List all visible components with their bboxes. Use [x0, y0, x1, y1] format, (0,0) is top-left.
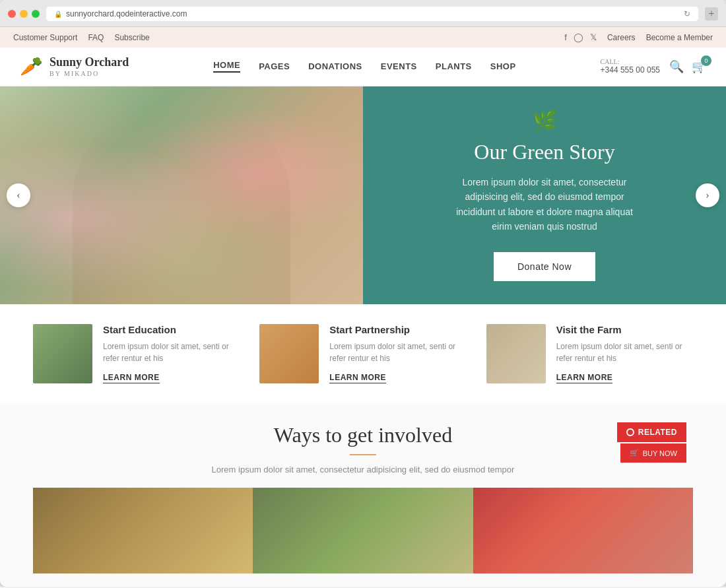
- cart-badge: 0: [701, 55, 711, 66]
- card-img-bg-2: [259, 324, 319, 383]
- url-text: sunnyorchard.qodeinteractive.com: [66, 9, 187, 18]
- header-icons: 🔍 🛒 0: [669, 59, 706, 74]
- faq-link[interactable]: FAQ: [88, 33, 104, 42]
- nav-plants[interactable]: PLANTS: [436, 61, 472, 71]
- phone-area: CALL: +344 555 00 055: [601, 58, 660, 75]
- nav-home[interactable]: HOME: [213, 60, 240, 73]
- logo-text: Sunny Orchard BY MIKADO: [50, 55, 129, 78]
- top-bar: Customer Support FAQ Subscribe f ◯ 𝕏 Car…: [0, 27, 726, 48]
- cart-small-icon: 🛒: [630, 449, 639, 457]
- buy-now-label: BUY NOW: [643, 449, 677, 457]
- bottom-images: [33, 488, 693, 573]
- donate-now-button[interactable]: Donate Now: [494, 252, 595, 281]
- top-bar-left: Customer Support FAQ Subscribe: [13, 33, 150, 42]
- logo-icon: 🥕: [20, 55, 43, 77]
- card-partnership: Start Partnership Lorem ipsum dolor sit …: [259, 324, 466, 383]
- maximize-button[interactable]: [32, 10, 40, 18]
- card-desc-2: Lorem ipsum dolor sit amet, senti or ref…: [329, 341, 466, 364]
- learn-more-3[interactable]: LEARN MORE: [556, 373, 613, 383]
- related-sidebar: RELATED 🛒 BUY NOW: [617, 422, 686, 463]
- bottom-image-2: [253, 488, 473, 573]
- card-image-1: [33, 324, 92, 383]
- lock-icon: 🔒: [54, 11, 62, 18]
- traffic-lights: [8, 10, 40, 18]
- nav-donations[interactable]: DONATIONS: [308, 61, 362, 71]
- customer-support-link[interactable]: Customer Support: [13, 33, 77, 42]
- card-img-bg-1: [33, 324, 92, 383]
- card-desc-1: Lorem ipsum dolor sit amet, senti or ref…: [103, 341, 240, 364]
- brand-name: Sunny Orchard: [50, 55, 129, 70]
- card-farm: Visit the Farm Lorem ipsum dolor sit ame…: [486, 324, 693, 383]
- twitter-icon[interactable]: 𝕏: [590, 32, 597, 42]
- bottom-image-3: [473, 488, 693, 573]
- cart-icon[interactable]: 🛒 0: [692, 59, 706, 74]
- nav-shop[interactable]: SHOP: [490, 61, 516, 71]
- bottom-img-bg-2: [253, 488, 473, 573]
- related-button[interactable]: RELATED: [617, 422, 686, 442]
- new-tab-button[interactable]: +: [705, 7, 718, 20]
- careers-link[interactable]: Careers: [607, 33, 636, 42]
- header: 🥕 Sunny Orchard BY MIKADO HOME PAGES DON…: [0, 48, 726, 86]
- card-image-3: [486, 324, 546, 383]
- phone-number: +344 555 00 055: [601, 65, 660, 75]
- involved-underline: [350, 454, 376, 455]
- bottom-img-bg-3: [473, 488, 693, 573]
- card-title-3: Visit the Farm: [556, 324, 693, 335]
- main-nav: HOME PAGES DONATIONS EVENTS PLANTS SHOP: [213, 60, 515, 73]
- brand-sub: BY MIKADO: [50, 70, 129, 78]
- hero-title: Our Green Story: [474, 140, 614, 164]
- involved-description: Lorem ipsum dolor sit amet, consectetur …: [198, 465, 528, 474]
- involved-title: Ways to get involved: [33, 423, 693, 447]
- hero-person-figure: [73, 97, 290, 304]
- header-right: CALL: +344 555 00 055 🔍 🛒 0: [601, 58, 706, 75]
- card-body-2: Start Partnership Lorem ipsum dolor sit …: [329, 324, 466, 383]
- facebook-icon[interactable]: f: [564, 32, 567, 42]
- close-button[interactable]: [8, 10, 16, 18]
- hero-image: [0, 86, 363, 304]
- browser-window: 🔒 sunnyorchard.qodeinteractive.com ↻ + C…: [0, 0, 726, 587]
- browser-chrome: 🔒 sunnyorchard.qodeinteractive.com ↻ +: [0, 0, 726, 27]
- card-title-1: Start Education: [103, 324, 240, 335]
- nav-pages[interactable]: PAGES: [259, 61, 290, 71]
- hero-leaf-icon: 🌿: [533, 109, 557, 132]
- hero-description: Lorem ipsum dolor sit amet, consectetur …: [446, 175, 644, 234]
- cards-section: Start Education Lorem ipsum dolor sit am…: [0, 304, 726, 403]
- buy-now-button[interactable]: 🛒 BUY NOW: [620, 443, 686, 463]
- social-icons: f ◯ 𝕏: [564, 32, 597, 42]
- top-bar-right: f ◯ 𝕏 Careers Become a Member: [564, 32, 713, 42]
- hero-photo: [0, 86, 363, 304]
- slider-next-button[interactable]: ›: [696, 183, 719, 207]
- refresh-icon[interactable]: ↻: [684, 9, 690, 18]
- hero-text-panel: 🌿 Our Green Story Lorem ipsum dolor sit …: [363, 86, 726, 304]
- learn-more-1[interactable]: LEARN MORE: [103, 373, 160, 383]
- search-icon[interactable]: 🔍: [669, 59, 684, 74]
- card-desc-3: Lorem ipsum dolor sit amet, senti or ref…: [556, 341, 693, 364]
- card-title-2: Start Partnership: [329, 324, 466, 335]
- slider-prev-button[interactable]: ‹: [7, 183, 30, 207]
- subscribe-link[interactable]: Subscribe: [114, 33, 149, 42]
- become-member-link[interactable]: Become a Member: [646, 33, 713, 42]
- card-img-bg-3: [486, 324, 546, 383]
- bottom-image-1: [33, 488, 253, 573]
- minimize-button[interactable]: [20, 10, 28, 18]
- address-bar[interactable]: 🔒 sunnyorchard.qodeinteractive.com ↻: [46, 7, 698, 21]
- logo-area: 🥕 Sunny Orchard BY MIKADO: [20, 55, 129, 78]
- bottom-img-bg-1: [33, 488, 253, 573]
- hero-slider: 🌿 Our Green Story Lorem ipsum dolor sit …: [0, 86, 726, 304]
- phone-label: CALL:: [601, 58, 660, 65]
- learn-more-2[interactable]: LEARN MORE: [329, 373, 386, 383]
- related-label: RELATED: [638, 428, 677, 437]
- nav-events[interactable]: EVENTS: [381, 61, 417, 71]
- instagram-icon[interactable]: ◯: [574, 32, 583, 42]
- card-education: Start Education Lorem ipsum dolor sit am…: [33, 324, 240, 383]
- card-body-1: Start Education Lorem ipsum dolor sit am…: [103, 324, 240, 383]
- card-body-3: Visit the Farm Lorem ipsum dolor sit ame…: [556, 324, 693, 383]
- card-image-2: [259, 324, 319, 383]
- related-circle-icon: [626, 428, 634, 436]
